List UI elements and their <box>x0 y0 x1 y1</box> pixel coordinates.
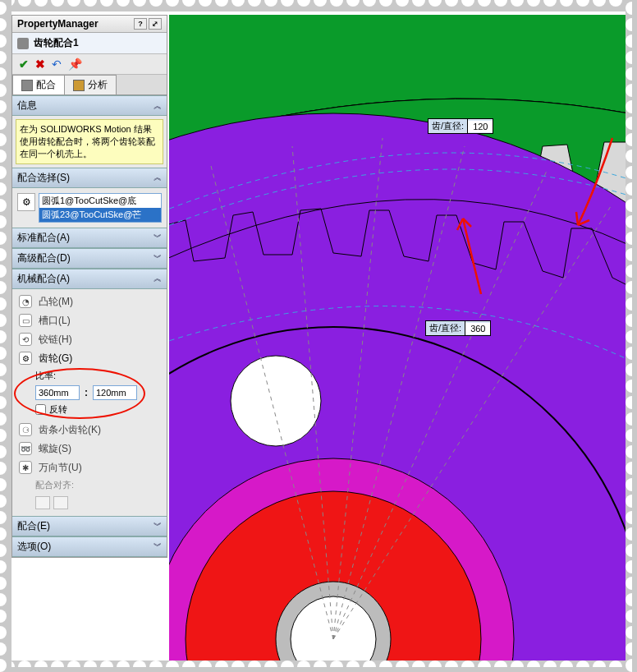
reverse-checkbox-label[interactable]: 反转 <box>35 403 67 416</box>
screw-icon: ➿ <box>19 442 32 455</box>
mate-selection-box: ⚙ 圆弧1@TooCutSke@底 圆弧23@TooCutSke@芒 <box>16 191 163 224</box>
svg-rect-11 <box>0 0 637 12</box>
gear-icon: ⚙ <box>19 352 32 365</box>
callout-top[interactable]: 齿/直径: 120 <box>428 118 493 134</box>
mate-tab-icon <box>21 80 33 91</box>
align-anti-button[interactable] <box>53 496 68 509</box>
pm-pin-icon[interactable]: ⤢ <box>149 18 162 30</box>
pushpin-button[interactable]: 📌 <box>68 58 82 71</box>
mate-alignment-label: 配合对齐: <box>12 477 167 496</box>
pm-tabs: 配合 分析 <box>12 75 167 95</box>
mate-selection-list[interactable]: 圆弧1@TooCutSke@底 圆弧23@TooCutSke@芒 <box>39 193 162 223</box>
ratio-label: 比率: <box>35 370 162 382</box>
align-same-button[interactable] <box>35 496 50 509</box>
pm-help-icon[interactable]: ? <box>134 18 147 30</box>
undo-button[interactable]: ↶ <box>52 58 62 71</box>
mech-screw[interactable]: ➿螺旋(S) <box>12 440 167 458</box>
mech-universal[interactable]: ✱万向节(U) <box>12 458 167 477</box>
pm-action-bar: ✔ ✖ ↶ 📌 <box>12 54 167 75</box>
section-info-header[interactable]: 信息︽ <box>12 95 167 116</box>
section-mate-selection-header[interactable]: 配合选择(S)︽ <box>12 168 167 188</box>
svg-rect-10 <box>0 0 637 12</box>
universal-joint-icon: ✱ <box>19 461 32 474</box>
analysis-tab-icon <box>73 80 85 91</box>
mech-gear[interactable]: ⚙齿轮(G) <box>12 349 167 368</box>
callout-value[interactable]: 360 <box>465 323 490 334</box>
gear-ratio-group: 比率: : 反转 <box>35 370 162 416</box>
svg-rect-13 <box>0 660 637 672</box>
graphics-viewport[interactable]: 齿/直径: 120 齿/直径: 360 <box>169 15 626 660</box>
svg-rect-16 <box>626 0 637 672</box>
rack-pinion-icon: ⚆ <box>19 423 32 436</box>
selection-item[interactable]: 圆弧23@TooCutSke@芒 <box>39 208 161 222</box>
pm-titlebar: PropertyManager ? ⤢ <box>12 16 167 33</box>
mech-hinge[interactable]: ⟲铰链(H) <box>12 330 167 349</box>
callout-bottom[interactable]: 齿/直径: 360 <box>425 320 491 336</box>
mech-cam[interactable]: ◔凸轮(M) <box>12 292 167 311</box>
callout-value[interactable]: 120 <box>468 121 493 132</box>
gear-scene <box>169 15 626 660</box>
reverse-checkbox[interactable] <box>35 404 46 415</box>
hinge-icon: ⟲ <box>19 333 32 346</box>
feature-name: 齿轮配合1 <box>34 36 79 50</box>
tab-mate[interactable]: 配合 <box>12 75 65 94</box>
ratio-input-b[interactable] <box>93 385 137 400</box>
mech-rackpinion[interactable]: ⚆齿条小齿轮(K) <box>12 421 167 440</box>
feature-name-row: 齿轮配合1 <box>12 33 167 54</box>
pm-title: PropertyManager <box>17 18 99 30</box>
svg-rect-17 <box>626 0 637 672</box>
property-manager-panel: PropertyManager ? ⤢ 齿轮配合1 ✔ ✖ ↶ 📌 配合 分析 … <box>11 15 167 558</box>
ratio-colon: : <box>85 387 88 398</box>
section-options-header[interactable]: 选项(O)︾ <box>12 536 167 557</box>
cancel-button[interactable]: ✖ <box>35 58 45 71</box>
info-text: 在为 SOLIDWORKS Motion 结果使用齿轮配合时，将两个齿轮装配在同… <box>16 119 163 164</box>
tab-analysis[interactable]: 分析 <box>64 75 117 94</box>
svg-rect-12 <box>0 660 637 672</box>
selection-filter-icon[interactable]: ⚙ <box>17 193 35 211</box>
mate-alignment-buttons <box>12 496 167 509</box>
section-advanced-header[interactable]: 高级配合(D)︾ <box>12 248 167 269</box>
section-mates-header[interactable]: 配合(E)︾ <box>12 516 167 536</box>
ok-button[interactable]: ✔ <box>19 58 29 71</box>
callout-label: 齿/直径: <box>428 119 468 133</box>
selection-item[interactable]: 圆弧1@TooCutSke@底 <box>39 194 161 208</box>
cam-icon: ◔ <box>19 295 32 308</box>
ratio-input-a[interactable] <box>35 385 80 400</box>
svg-rect-14 <box>0 0 11 672</box>
mechanical-mate-body: ◔凸轮(M) ▭槽口(L) ⟲铰链(H) ⚙齿轮(G) 比率: : 反转 ⚆齿条… <box>12 289 167 516</box>
slot-icon: ▭ <box>19 314 32 327</box>
section-standard-header[interactable]: 标准配合(A)︾ <box>12 228 167 248</box>
callout-label: 齿/直径: <box>426 321 465 335</box>
gear-mate-icon <box>17 38 29 49</box>
bottom-gear-hole <box>231 356 321 446</box>
section-mechanical-header[interactable]: 机械配合(A)︽ <box>12 269 167 289</box>
mech-slot[interactable]: ▭槽口(L) <box>12 311 167 330</box>
svg-rect-15 <box>0 0 11 672</box>
